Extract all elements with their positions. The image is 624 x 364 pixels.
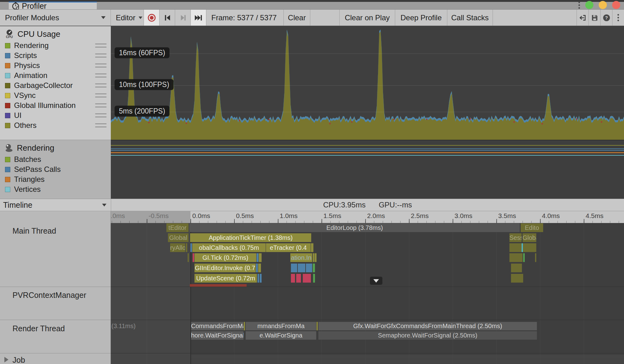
sample-bar[interactable]: Edito [521,223,543,232]
sample-bar[interactable]: e.WaitForSigna [246,331,316,340]
current-frame-button[interactable] [191,10,206,26]
thread-row-main[interactable]: Main Thread [12,226,56,235]
drag-handle-icon[interactable] [95,104,106,107]
legend-item[interactable]: Rendering [0,41,111,51]
legend-item[interactable]: Global Illumination [0,100,111,110]
save-profile-button[interactable] [588,10,600,26]
track-main-thread[interactable]: tEditorEditorLoop (3.78ms)EditoGlobalApp… [111,223,624,287]
thread-row-pvrcontextmanager[interactable]: PVRContextManager [12,291,86,300]
sample-sliver[interactable] [522,243,523,252]
sample-sliver[interactable] [511,264,522,272]
sample-sliver[interactable] [258,274,259,283]
legend-item[interactable]: Vertices [0,184,111,194]
foldout-arrow-icon[interactable] [4,357,8,362]
sample-bar[interactable]: tEditor [166,223,189,232]
drag-handle-icon[interactable] [95,74,106,77]
legend-item[interactable]: Animation [0,70,111,80]
sample-sliver[interactable] [313,264,315,272]
sample-sliver[interactable] [303,274,311,283]
zoom-button[interactable] [599,1,607,9]
track-job[interactable] [111,353,624,364]
drag-handle-icon[interactable] [95,84,106,87]
clear-button[interactable]: Clear [284,10,310,26]
drag-handle-icon[interactable] [95,124,106,127]
sample-bar[interactable]: Gfx.WaitForGfxCommandsFromMainThread (2.… [318,322,537,330]
legend-item[interactable]: SetPass Calls [0,164,111,174]
timeline-view-dropdown[interactable]: Timeline [0,199,111,211]
editor-target-dropdown[interactable]: Editor [111,10,144,26]
sample-sliver[interactable] [311,243,313,252]
sample-bar[interactable]: hore.WaitForSignal (0 [191,331,243,340]
sample-sliver[interactable] [244,322,245,330]
sample-sliver[interactable] [190,243,192,252]
legend-item[interactable]: Scripts [0,51,111,61]
profiler-modules-dropdown[interactable]: Profiler Modules [0,10,111,26]
sample-bar[interactable]: CommandsFromMainT [191,322,243,330]
load-profile-button[interactable] [577,10,588,26]
expand-rows-button[interactable] [370,277,382,285]
sample-bar[interactable]: (3.11ms) [111,322,149,330]
tab-profiler[interactable]: Profiler [9,2,97,9]
sample-sliver[interactable] [291,274,295,283]
cpu-usage-header[interactable]: CPU CPU Usage [0,26,111,41]
legend-item[interactable]: GarbageCollector [0,80,111,90]
sample-sliver[interactable] [306,264,312,272]
sample-bar[interactable]: GIInEditor.Invoke (0.7 [194,264,256,272]
sample-bar[interactable]: UpdateScene (0.72m [194,274,257,283]
drag-handle-icon[interactable] [95,94,106,97]
sample-sliver[interactable] [259,253,262,262]
sample-bar[interactable]: GI.Tick (0.72ms) [194,253,256,262]
legend-item[interactable]: Physics [0,61,111,70]
first-frame-button[interactable] [160,10,175,26]
time-ruler[interactable]: -1.0ms-0.5ms0.0ms0.5ms1.0ms1.5ms2.0ms2.5… [111,211,624,223]
drag-handle-icon[interactable] [95,44,106,47]
thread-row-job[interactable]: Job [12,356,25,364]
sample-sliver[interactable] [257,253,258,262]
window-menu-icon[interactable] [578,2,580,9]
sample-sliver[interactable] [188,253,189,262]
rendering-header[interactable]: Rendering [0,140,111,154]
sample-bar[interactable]: obalCallbacks (0.75m [192,243,266,252]
legend-item[interactable]: Others [0,120,111,130]
context-menu-button[interactable] [612,10,624,26]
minimize-button[interactable] [585,1,593,9]
help-button[interactable]: ? [600,10,612,26]
sample-sliver[interactable] [296,274,301,283]
sample-sliver[interactable] [511,274,523,283]
sample-bar[interactable]: ation.In [290,253,312,262]
sample-sliver[interactable] [298,264,305,272]
thread-row-render[interactable]: Render Thread [12,324,65,333]
sample-sliver[interactable] [193,253,194,262]
timeline-tracks[interactable]: tEditorEditorLoop (3.78ms)EditoGlobalApp… [111,223,624,364]
sample-sliver[interactable] [509,253,523,262]
clear-on-play-button[interactable]: Clear on Play [340,10,395,26]
sample-bar[interactable]: Global [168,233,189,242]
legend-item[interactable]: UI [0,110,111,120]
sample-bar[interactable]: Sess [509,233,522,242]
record-button[interactable] [144,10,160,26]
sample-bar[interactable]: EditorLoop (3.78ms) [189,223,520,232]
close-button[interactable] [612,1,620,9]
drag-handle-icon[interactable] [95,54,106,57]
legend-item[interactable]: Batches [0,154,111,164]
legend-item[interactable]: Triangles [0,174,111,184]
sample-bar[interactable]: mmandsFromMa [246,322,316,330]
sample-sliver[interactable] [256,264,258,272]
sample-bar[interactable]: eTracker (0.4 [266,243,311,252]
sample-sliver[interactable] [313,274,315,283]
sample-sliver[interactable] [291,264,297,272]
sample-bar[interactable]: Semaphore.WaitForSignal (2.50ms) [318,331,537,340]
sample-bar[interactable]: ApplicationTickTimer (1.38ms) [190,233,311,242]
track-pvrcontextmanager[interactable] [111,287,624,320]
next-frame-button[interactable] [175,10,191,26]
call-stacks-button[interactable]: Call Stacks [447,10,493,26]
sample-bar[interactable]: ryAllo [170,243,185,252]
sample-sliver[interactable] [509,243,536,252]
sample-bar[interactable]: Globa [523,233,536,242]
sample-sliver[interactable] [186,243,187,252]
sample-sliver[interactable] [523,253,525,262]
drag-handle-icon[interactable] [95,114,106,117]
sample-sliver[interactable] [535,253,536,262]
rendering-chart[interactable] [111,140,624,199]
cpu-usage-chart[interactable]: 16ms (60FPS)10ms (100FPS)5ms (200FPS) [111,26,624,140]
